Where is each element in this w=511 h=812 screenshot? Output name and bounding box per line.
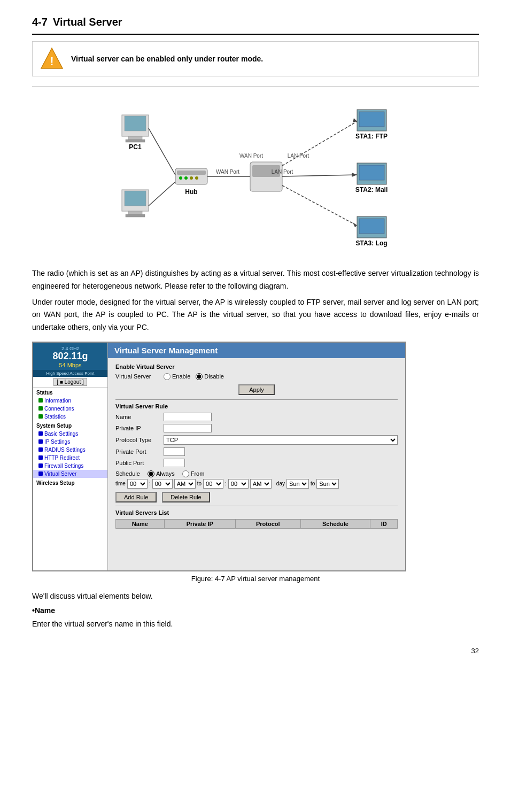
svg-point-9 [179,176,182,180]
always-label: Always [156,470,175,477]
sidebar-logo: 2.4 GHz 802.11g 54 Mbps High Speed Acces… [33,343,107,377]
dot-icon [38,406,43,411]
svg-text:STA1: FTP: STA1: FTP [355,133,388,140]
page-title-text: Virtual Server [53,16,122,28]
evs-row: Virtual Server Enable Disable [115,373,398,380]
time-to-hr-select[interactable]: 0001 [203,479,223,489]
time-label: time [115,481,126,486]
post-figure-intro: We'll discuss virtual elements below. [32,590,479,603]
dot-icon [38,414,43,419]
col-id: ID [370,519,398,528]
always-radio[interactable] [148,470,154,477]
dot-icon [38,431,43,436]
colon-2: : [225,481,227,486]
enable-label: Enable [172,373,190,380]
time-to-min-select[interactable]: 0001 [228,479,249,489]
main-content-area: Virtual Server Management Enable Virtual… [108,343,405,570]
svg-text:WAN Port: WAN Port [216,169,239,175]
sidebar-label: IP Settings [44,439,70,445]
sidebar-item-information[interactable]: Information [33,397,107,405]
divider-2 [115,506,398,506]
sidebar-item-statistics[interactable]: Statistics [33,413,107,421]
screenshot-panel: 2.4 GHz 802.11g 54 Mbps High Speed Acces… [32,342,406,571]
delete-rule-button[interactable]: Delete Rule [162,492,210,502]
vs-list-section: Virtual Servers List Name Private IP Pro… [115,509,398,529]
body-paragraph-2: Under router mode, designed for the virt… [32,296,479,334]
sidebar-label: Connections [44,406,74,412]
svg-rect-5 [126,140,145,142]
dot-icon [38,398,43,403]
col-private-ip: Private IP [164,519,235,528]
svg-rect-21 [128,211,142,214]
sidebar-label: Statistics [44,414,66,420]
sidebar-label: Firewall Settings [44,463,83,469]
vs-row-label: Virtual Server [115,373,164,380]
enable-radio-label[interactable]: Enable [164,373,190,380]
svg-text:Hub: Hub [185,188,197,196]
private-ip-input[interactable] [164,424,212,432]
public-port-input[interactable] [164,459,185,467]
svg-rect-28 [359,112,384,127]
vs-rule-label: Virtual Server Rule [115,403,398,409]
sidebar-label: RADIUS Settings [44,447,86,453]
day-label: day [276,481,285,486]
protocol-type-label: Protocol Type [115,437,164,443]
name-input[interactable] [164,413,212,421]
apply-row: Apply [115,384,398,395]
svg-line-23 [149,182,175,206]
dot-icon [38,455,43,460]
col-name: Name [116,519,165,528]
col-schedule: Schedule [300,519,370,528]
private-port-input[interactable] [164,447,185,456]
disable-radio-label[interactable]: Disable [196,373,224,380]
from-radio-label[interactable]: From [182,470,205,477]
day-from-select[interactable]: SunMonTue [287,479,309,489]
day-to-select[interactable]: SunMonTue [316,479,339,489]
time-from-hr-select[interactable]: 0001 [127,479,148,489]
sidebar-item-connections[interactable]: Connections [33,405,107,413]
schedule-label: Schedule [115,470,140,477]
svg-rect-38 [359,219,384,234]
schedule-section: Schedule Always From [115,470,398,477]
dot-icon [38,471,43,476]
sidebar-item-ip-settings[interactable]: IP Settings [33,438,107,446]
logo-standard: 802.11g [37,351,103,362]
enable-radio[interactable] [164,373,171,380]
from-label: From [191,470,205,477]
network-diagram: PC1 Hub WAN Port LAN Port WAN Port LAN P… [32,96,479,257]
sidebar-item-basic-settings[interactable]: Basic Settings [33,430,107,438]
protocol-type-select[interactable]: TCP UDP Both [164,435,398,445]
disable-radio[interactable] [196,373,203,380]
time-from-min-select[interactable]: 0001 [152,479,173,489]
sidebar-item-firewall-settings[interactable]: Firewall Settings [33,462,107,470]
vs-radio-group: Enable Disable [164,373,224,380]
vsm-title: Virtual Server Management [108,343,405,358]
always-radio-label[interactable]: Always [148,470,175,477]
sidebar-item-http-redirect[interactable]: HTTP Redirect [33,454,107,462]
sidebar: 2.4 GHz 802.11g 54 Mbps High Speed Acces… [33,343,108,570]
page-number: 32 [32,647,479,655]
dot-icon [38,439,43,444]
svg-text:PC1: PC1 [129,143,142,151]
add-rule-button[interactable]: Add Rule [115,492,157,502]
private-ip-label: Private IP [115,425,164,431]
colon-1: : [149,481,151,486]
svg-marker-41 [353,222,357,227]
svg-text:STA2: Mail: STA2: Mail [355,186,388,194]
sidebar-label: Basic Settings [44,431,78,437]
rule-btn-row: Add Rule Delete Rule [115,492,398,502]
svg-rect-22 [126,214,145,217]
logout-button[interactable]: [ ■ Logout ] [53,378,87,386]
time-to-ampm-select[interactable]: AMPM [250,479,272,489]
from-radio[interactable] [182,470,189,477]
time-from-ampm-select[interactable]: AMPM [174,479,196,489]
dot-icon [38,447,43,452]
sidebar-logout[interactable]: [ ■ Logout ] [33,377,107,388]
sidebar-item-virtual-server[interactable]: Virtual Server [33,470,107,478]
apply-button[interactable]: Apply [238,384,275,395]
caution-box: ! Virtual server can be enabled only und… [32,41,479,76]
dot-icon [38,463,43,468]
sidebar-item-radius-settings[interactable]: RADIUS Settings [33,446,107,454]
svg-text:!: ! [50,55,53,68]
vs-list-table: Name Private IP Protocol Schedule ID [115,519,398,529]
